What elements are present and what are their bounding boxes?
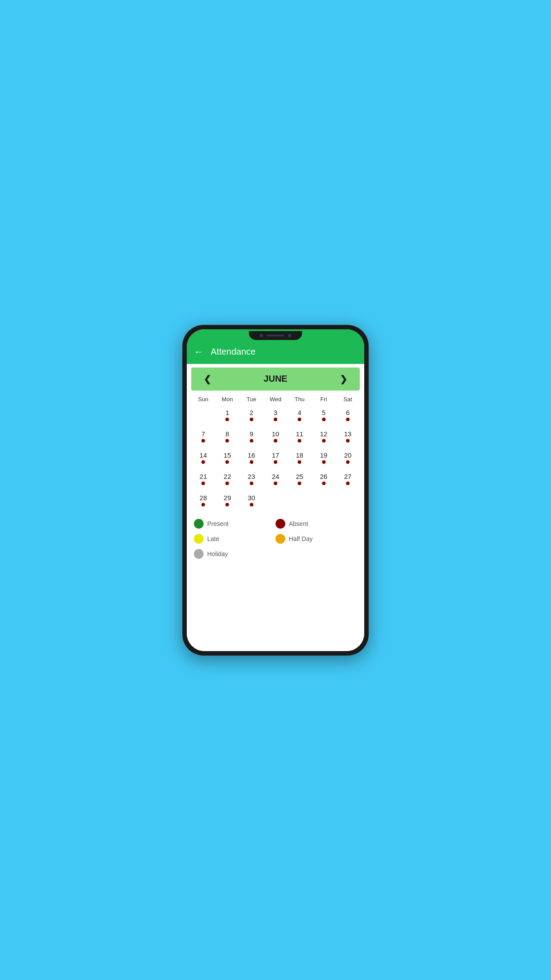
notch: [249, 331, 302, 340]
day-cell-15[interactable]: 15: [215, 449, 239, 470]
day-number: 20: [344, 451, 352, 459]
day-number: 30: [248, 494, 255, 502]
day-cell-16[interactable]: 16: [240, 449, 264, 470]
day-dot-absent: [298, 482, 301, 485]
day-cell-20[interactable]: 20: [336, 449, 360, 470]
day-cell-27[interactable]: 27: [336, 470, 360, 491]
day-dot-absent: [274, 418, 277, 421]
day-cell-22[interactable]: 22: [215, 470, 239, 491]
day-number: 15: [224, 451, 231, 459]
day-dot-absent: [298, 418, 301, 421]
day-cell-30[interactable]: 30: [240, 491, 264, 513]
next-month-button[interactable]: ❯: [336, 374, 351, 384]
day-dot-absent: [225, 439, 229, 443]
day-cell-28[interactable]: 28: [191, 491, 215, 513]
prev-month-button[interactable]: ❮: [200, 374, 215, 384]
calendar-grid: SunMonTueWedThuFriSat 123456789101112131…: [187, 394, 364, 513]
day-dot-absent: [322, 482, 326, 485]
day-cell-23[interactable]: 23: [240, 470, 264, 491]
legend-label: Late: [207, 535, 219, 542]
day-cell-14[interactable]: 14: [191, 449, 215, 470]
day-dot-absent: [225, 418, 229, 421]
day-header-tue: Tue: [240, 394, 264, 404]
day-dot-absent: [201, 439, 205, 443]
day-number: 25: [296, 473, 303, 480]
day-dot-absent: [225, 460, 229, 464]
day-cell-24[interactable]: 24: [264, 470, 287, 491]
day-number: 3: [274, 409, 277, 416]
day-dot-absent: [250, 439, 253, 443]
day-number: 5: [322, 409, 325, 416]
day-cell-26[interactable]: 26: [311, 470, 335, 491]
day-cell-5[interactable]: 5: [311, 406, 335, 427]
legend-item-absent: Absent: [276, 519, 357, 529]
day-cell-21[interactable]: 21: [191, 470, 215, 491]
legend-dot: [194, 519, 204, 529]
day-number: 12: [320, 430, 327, 438]
day-number: 29: [224, 494, 231, 502]
day-cell-6[interactable]: 6: [336, 406, 360, 427]
calendar-container: ❮ JUNE ❯ SunMonTueWedThuFriSat 123456789…: [187, 364, 364, 651]
day-dot-absent: [298, 460, 301, 464]
day-cell-19[interactable]: 19: [311, 449, 335, 470]
day-dot-absent: [274, 460, 277, 464]
legend-dot: [276, 534, 285, 544]
day-dot-absent: [274, 439, 277, 443]
day-number: 6: [346, 409, 350, 416]
day-cell-9[interactable]: 9: [240, 427, 264, 449]
day-dot-absent: [201, 482, 205, 485]
day-number: 1: [225, 409, 229, 416]
legend-label: Half Day: [289, 535, 313, 542]
day-number: 16: [248, 451, 255, 459]
day-number: 2: [250, 409, 253, 416]
day-number: 13: [344, 430, 352, 438]
day-number: 23: [248, 473, 255, 480]
day-cell-4[interactable]: 4: [287, 406, 311, 427]
day-dot-absent: [250, 460, 253, 464]
phone-screen: ← Attendance ❮ JUNE ❯ SunMonTueWedThuFri…: [187, 329, 364, 651]
day-dot-absent: [346, 418, 350, 421]
legend: PresentAbsentLateHalf DayHoliday: [187, 513, 364, 565]
day-cell-12[interactable]: 12: [311, 427, 335, 449]
day-cell-3[interactable]: 3: [264, 406, 287, 427]
day-cell-17[interactable]: 17: [264, 449, 287, 470]
day-cell-10[interactable]: 10: [264, 427, 287, 449]
camera-icon: [260, 334, 263, 337]
app-header: ← Attendance: [187, 342, 364, 364]
back-button[interactable]: ←: [194, 346, 204, 358]
day-dot-absent: [225, 503, 229, 506]
day-dot-absent: [346, 482, 350, 485]
legend-dot: [194, 549, 204, 559]
legend-label: Present: [207, 520, 228, 527]
day-cell-11[interactable]: 11: [287, 427, 311, 449]
legend-dot: [194, 534, 204, 544]
day-dot-absent: [298, 439, 301, 443]
legend-item-holiday: Holiday: [194, 549, 276, 559]
day-header-fri: Fri: [311, 394, 335, 404]
month-nav: ❮ JUNE ❯: [191, 368, 360, 391]
day-number: 24: [272, 473, 279, 480]
day-number: 10: [272, 430, 279, 438]
day-dot-absent: [346, 439, 350, 443]
day-cell-1[interactable]: 1: [215, 406, 239, 427]
day-cell-13[interactable]: 13: [336, 427, 360, 449]
day-number: 19: [320, 451, 327, 459]
day-cell-2[interactable]: 2: [240, 406, 264, 427]
day-dot-absent: [250, 503, 253, 506]
day-dot-absent: [201, 503, 205, 506]
days-grid: 1234567891011121314151617181920212223242…: [191, 406, 360, 513]
day-cell-25[interactable]: 25: [287, 470, 311, 491]
day-number: 17: [272, 451, 279, 459]
phone-frame: ← Attendance ❮ JUNE ❯ SunMonTueWedThuFri…: [182, 325, 369, 656]
day-header-sat: Sat: [336, 394, 360, 404]
day-number: 28: [200, 494, 207, 502]
day-cell-18[interactable]: 18: [287, 449, 311, 470]
day-cell-8[interactable]: 8: [215, 427, 239, 449]
day-number: 14: [200, 451, 207, 459]
sensor-icon: [288, 334, 291, 337]
legend-label: Absent: [289, 520, 308, 527]
day-cell-29[interactable]: 29: [215, 491, 239, 513]
day-dot-absent: [201, 460, 205, 464]
day-cell-7[interactable]: 7: [191, 427, 215, 449]
page-title: Attendance: [211, 347, 256, 357]
